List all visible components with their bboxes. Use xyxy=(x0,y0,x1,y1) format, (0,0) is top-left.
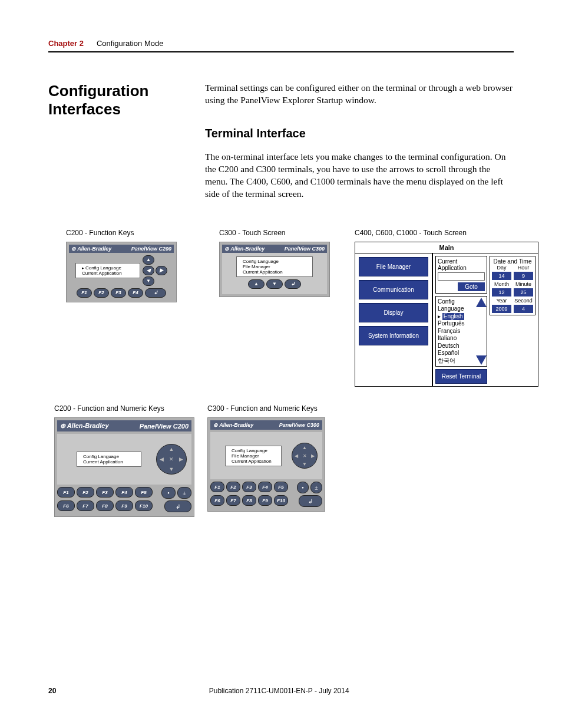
f9-key[interactable]: F9 xyxy=(115,500,133,511)
brand-label: ⊕ Allen-Bradley xyxy=(213,422,253,428)
brand-label: ⊕ Allen-Bradley xyxy=(60,422,109,430)
enter-key-icon[interactable]: ↲ xyxy=(285,279,301,289)
subsection-heading: Terminal Interface xyxy=(205,127,514,140)
menu-item: Current Application xyxy=(82,271,136,276)
brand-label: ⊕ Allen-Bradley xyxy=(71,246,111,252)
day-value[interactable]: 14 xyxy=(492,272,511,280)
day-label: Day xyxy=(492,265,511,271)
f4-key[interactable]: F4 xyxy=(115,487,133,498)
month-value[interactable]: 12 xyxy=(492,288,511,297)
f2-key[interactable]: F2 xyxy=(226,482,240,492)
f7-key[interactable]: F7 xyxy=(77,500,94,511)
reset-terminal-button[interactable]: Reset Terminal xyxy=(435,369,487,384)
page-number: 20 xyxy=(48,687,56,695)
f6-key[interactable]: F6 xyxy=(210,495,224,506)
current-app-box: Current Application Goto xyxy=(435,256,487,294)
fig-caption-c300-ts: C300 - Touch Screen xyxy=(219,229,337,237)
nav-left-icon[interactable]: ◀ xyxy=(295,453,298,459)
nav-right-icon[interactable]: ▶ xyxy=(156,266,167,275)
f8-key[interactable]: F8 xyxy=(242,495,256,506)
header-rule xyxy=(48,51,514,52)
nav-down-icon[interactable]: ▼ xyxy=(169,466,174,472)
second-value[interactable]: 4 xyxy=(514,305,533,313)
menu-item[interactable]: Current Application xyxy=(243,269,309,275)
model-label: PanelView C300 xyxy=(279,422,319,428)
panel-c300-ts: ⊕ Allen-Bradley PanelView C300 Config La… xyxy=(219,242,330,297)
scroll-down-icon[interactable] xyxy=(476,355,487,365)
lang-option[interactable]: Português xyxy=(438,320,476,328)
subsection-body: The on-terminal interface lets you make … xyxy=(205,151,514,200)
enter-key-icon[interactable]: ↲ xyxy=(299,495,322,507)
nav-right-icon[interactable]: ▶ xyxy=(179,456,183,462)
config-lang-label: Config Language xyxy=(438,298,476,313)
fig-caption-c400-ts: C400, C600, C1000 - Touch Screen xyxy=(355,229,538,237)
menu-item: Config Language xyxy=(82,265,136,271)
f10-key[interactable]: F10 xyxy=(135,500,153,511)
f1-key[interactable]: F1 xyxy=(77,288,92,298)
current-app-field[interactable] xyxy=(438,272,485,281)
nav-left-icon[interactable]: ◀ xyxy=(143,266,154,275)
nav-up-icon[interactable]: ▲ xyxy=(248,279,265,289)
f1-key[interactable]: F1 xyxy=(57,487,75,498)
dot-key[interactable]: • xyxy=(297,482,309,493)
menu-item[interactable]: Config Language xyxy=(243,259,309,264)
f1-key[interactable]: F1 xyxy=(210,482,224,492)
f2-key[interactable]: F2 xyxy=(77,487,94,498)
nav-down-icon[interactable]: ▼ xyxy=(143,276,154,286)
f6-key[interactable]: F6 xyxy=(57,500,75,511)
year-label: Year xyxy=(492,298,511,304)
nav-left-icon[interactable]: ◀ xyxy=(160,456,164,462)
year-value[interactable]: 2009 xyxy=(492,305,511,313)
side-display[interactable]: Display xyxy=(359,303,428,322)
menu-item: Config Language xyxy=(232,448,277,453)
lang-option[interactable]: Español xyxy=(438,350,476,357)
f3-key[interactable]: F3 xyxy=(96,487,114,498)
goto-button[interactable]: Goto xyxy=(458,282,485,291)
lang-option[interactable]: Français xyxy=(438,328,476,335)
nav-cluster[interactable]: ▲ ◀✕▶ ▼ xyxy=(156,444,187,475)
date-time-label: Date and Time xyxy=(492,258,533,265)
f7-key[interactable]: F7 xyxy=(226,495,240,506)
dot-key[interactable]: • xyxy=(161,487,176,499)
menu-item: File Manager xyxy=(232,453,277,459)
f2-key[interactable]: F2 xyxy=(94,288,109,298)
nav-cluster[interactable]: ▲ ◀✕▶ ▼ xyxy=(292,443,318,469)
nav-down-icon[interactable]: ▼ xyxy=(266,279,283,289)
lang-option[interactable]: Italiano xyxy=(438,335,476,342)
f8-key[interactable]: F8 xyxy=(96,500,114,511)
lang-option[interactable]: 한국어 xyxy=(438,357,476,365)
menu-item: Current Application xyxy=(232,459,277,464)
side-communication[interactable]: Communication xyxy=(359,280,428,299)
minute-label: Minute xyxy=(514,281,533,287)
f10-key[interactable]: F10 xyxy=(274,495,288,506)
minute-value[interactable]: 25 xyxy=(514,288,533,297)
f3-key[interactable]: F3 xyxy=(111,288,126,298)
nav-right-icon[interactable]: ▶ xyxy=(311,453,315,459)
hour-value[interactable]: 9 xyxy=(514,272,533,280)
intro-paragraph: Terminal settings can be configured eith… xyxy=(205,82,514,107)
f5-key[interactable]: F5 xyxy=(274,482,288,492)
plus-minus-key[interactable]: ± xyxy=(310,482,322,493)
f4-key[interactable]: F4 xyxy=(128,288,143,298)
side-system-info[interactable]: System Information xyxy=(359,326,428,345)
f9-key[interactable]: F9 xyxy=(258,495,272,506)
lang-option[interactable]: Deutsch xyxy=(438,342,476,350)
current-app-label: Current Application xyxy=(438,258,485,271)
nav-up-icon[interactable]: ▲ xyxy=(143,255,154,265)
chapter-label: Chapter 2 xyxy=(48,39,84,48)
model-label: PanelView C300 xyxy=(285,246,325,252)
plus-minus-key[interactable]: ± xyxy=(177,487,191,499)
side-file-manager[interactable]: File Manager xyxy=(359,257,428,276)
f3-key[interactable]: F3 xyxy=(242,482,256,492)
nav-up-icon[interactable]: ▲ xyxy=(302,445,307,450)
brand-label: ⊕ Allen-Bradley xyxy=(224,246,265,252)
scroll-up-icon[interactable] xyxy=(476,298,487,307)
f5-key[interactable]: F5 xyxy=(135,487,153,498)
enter-key-icon[interactable]: ↲ xyxy=(145,288,166,298)
nav-up-icon[interactable]: ▲ xyxy=(169,446,174,452)
lang-selected[interactable]: English xyxy=(442,313,464,321)
f4-key[interactable]: F4 xyxy=(258,482,272,492)
nav-down-icon[interactable]: ▼ xyxy=(302,462,307,467)
enter-key-icon[interactable]: ↲ xyxy=(164,500,191,512)
menu-item[interactable]: File Manager xyxy=(243,264,309,269)
